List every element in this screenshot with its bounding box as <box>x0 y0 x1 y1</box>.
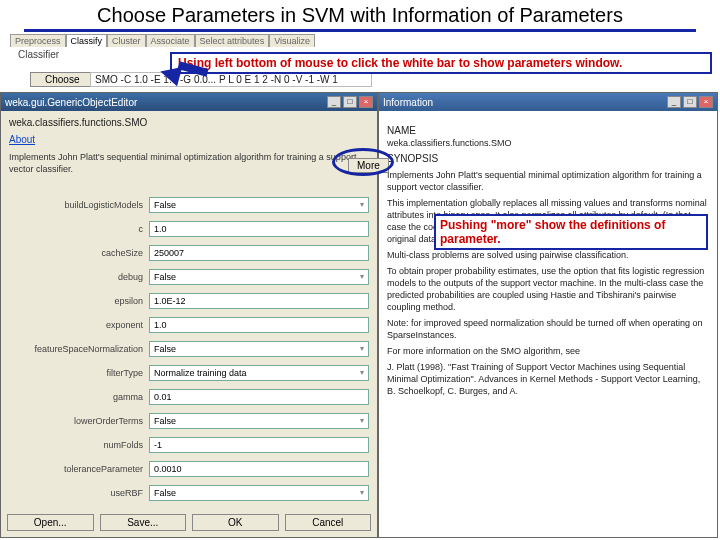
tab-bar: Preprocess Classify Cluster Associate Se… <box>10 34 315 47</box>
param-input[interactable]: 1.0 <box>149 317 369 333</box>
param-label: epsilon <box>9 296 149 306</box>
param-value: 1.0 <box>154 224 167 234</box>
tab-preprocess[interactable]: Preprocess <box>10 34 66 47</box>
chevron-down-icon[interactable]: ▾ <box>360 416 364 426</box>
info-titlebar: Information _ □ × <box>379 93 717 111</box>
tab-associate[interactable]: Associate <box>146 34 195 47</box>
chevron-down-icon[interactable]: ▾ <box>360 200 364 210</box>
hint-more-definitions: Pushing "more" show the definitions of p… <box>434 214 708 250</box>
param-input[interactable]: Normalize training data▾ <box>149 365 369 381</box>
param-label: buildLogisticModels <box>9 200 149 210</box>
editor-body: weka.classifiers.functions.SMO About Imp… <box>1 111 377 511</box>
info-title: Information <box>383 97 665 108</box>
param-row: featureSpaceNormalizationFalse▾ <box>9 337 369 361</box>
info-p1: Implements John Platt's sequential minim… <box>387 169 709 193</box>
chevron-down-icon[interactable]: ▾ <box>360 368 364 378</box>
param-input[interactable]: 250007 <box>149 245 369 261</box>
param-row: buildLogisticModelsFalse▾ <box>9 193 369 217</box>
save-button[interactable]: Save... <box>100 514 187 531</box>
chevron-down-icon[interactable]: ▾ <box>360 488 364 498</box>
param-label: numFolds <box>9 440 149 450</box>
param-input[interactable]: 0.0010 <box>149 461 369 477</box>
param-label: gamma <box>9 392 149 402</box>
editor-title: weka.gui.GenericObjectEditor <box>5 97 325 108</box>
classifier-label: Classifier <box>18 49 59 60</box>
class-description: Implements John Platt's sequential minim… <box>9 151 369 175</box>
param-input[interactable]: False▾ <box>149 197 369 213</box>
info-body: NAME weka.classifiers.functions.SMO SYNO… <box>379 111 717 405</box>
choose-button[interactable]: Choose <box>30 72 94 87</box>
param-label: c <box>9 224 149 234</box>
param-label: useRBF <box>9 488 149 498</box>
chevron-down-icon[interactable]: ▾ <box>360 272 364 282</box>
class-name: weka.classifiers.functions.SMO <box>9 117 369 128</box>
param-input[interactable]: 0.01 <box>149 389 369 405</box>
about-link[interactable]: About <box>9 134 369 145</box>
ok-button[interactable]: OK <box>192 514 279 531</box>
param-row: c1.0 <box>9 217 369 241</box>
info-p4: To obtain proper probability estimates, … <box>387 265 709 313</box>
param-row: gamma0.01 <box>9 385 369 409</box>
param-value: 1.0 <box>154 320 167 330</box>
param-row: exponent1.0 <box>9 313 369 337</box>
main-area: Preprocess Classify Cluster Associate Se… <box>0 34 720 540</box>
chevron-down-icon[interactable]: ▾ <box>360 344 364 354</box>
close-icon[interactable]: × <box>359 96 373 108</box>
title-rule <box>24 29 696 32</box>
open-button[interactable]: Open... <box>7 514 94 531</box>
hint-click-bar: Using left bottom of mouse to click the … <box>170 52 712 74</box>
param-input[interactable]: 1.0E-12 <box>149 293 369 309</box>
param-row: lowerOrderTermsFalse▾ <box>9 409 369 433</box>
tab-visualize[interactable]: Visualize <box>269 34 315 47</box>
maximize-icon[interactable]: □ <box>343 96 357 108</box>
param-input[interactable]: False▾ <box>149 485 369 501</box>
param-label: debug <box>9 272 149 282</box>
editor-window: weka.gui.GenericObjectEditor _ □ × weka.… <box>0 92 378 538</box>
param-row: debugFalse▾ <box>9 265 369 289</box>
param-value: 1.0E-12 <box>154 296 186 306</box>
param-input[interactable]: False▾ <box>149 341 369 357</box>
info-name: weka.classifiers.functions.SMO <box>387 137 709 149</box>
info-synopsis-label: SYNOPSIS <box>387 153 709 165</box>
param-value: 0.0010 <box>154 464 182 474</box>
info-window: Information _ □ × NAME weka.classifiers.… <box>378 92 718 538</box>
param-label: filterType <box>9 368 149 378</box>
param-value: -1 <box>154 440 162 450</box>
editor-buttons: Open... Save... OK Cancel <box>7 514 371 531</box>
param-input[interactable]: -1 <box>149 437 369 453</box>
param-row: toleranceParameter0.0010 <box>9 457 369 481</box>
param-label: lowerOrderTerms <box>9 416 149 426</box>
param-input[interactable]: False▾ <box>149 269 369 285</box>
minimize-icon[interactable]: _ <box>327 96 341 108</box>
param-value: False <box>154 272 176 282</box>
param-value: False <box>154 344 176 354</box>
param-row: numFolds-1 <box>9 433 369 457</box>
cancel-button[interactable]: Cancel <box>285 514 372 531</box>
close-icon[interactable]: × <box>699 96 713 108</box>
editor-titlebar: weka.gui.GenericObjectEditor _ □ × <box>1 93 377 111</box>
tab-select-attributes[interactable]: Select attributes <box>195 34 270 47</box>
minimize-icon[interactable]: _ <box>667 96 681 108</box>
param-input[interactable]: 1.0 <box>149 221 369 237</box>
maximize-icon[interactable]: □ <box>683 96 697 108</box>
more-button[interactable]: More <box>348 158 389 173</box>
param-label: exponent <box>9 320 149 330</box>
info-p7: J. Platt (1998). "Fast Training of Suppo… <box>387 361 709 397</box>
param-value: 250007 <box>154 248 184 258</box>
param-value: False <box>154 488 176 498</box>
classifier-cmdline[interactable]: SMO -C 1.0 -E 1.0 -G 0.0... P L 0 E 1 2 … <box>90 72 372 87</box>
param-input[interactable]: False▾ <box>149 413 369 429</box>
info-p5: Note: for improved speed normalization s… <box>387 317 709 341</box>
param-value: False <box>154 200 176 210</box>
param-value: 0.01 <box>154 392 172 402</box>
param-list: buildLogisticModelsFalse▾c1.0cacheSize25… <box>9 193 369 505</box>
info-p6: For more information on the SMO algorith… <box>387 345 709 357</box>
param-label: toleranceParameter <box>9 464 149 474</box>
tab-classify[interactable]: Classify <box>66 34 108 47</box>
tab-cluster[interactable]: Cluster <box>107 34 146 47</box>
info-p3: Multi-class problems are solved using pa… <box>387 249 709 261</box>
param-row: epsilon1.0E-12 <box>9 289 369 313</box>
param-label: cacheSize <box>9 248 149 258</box>
param-row: cacheSize250007 <box>9 241 369 265</box>
slide-title: Choose Parameters in SVM with Informatio… <box>0 0 720 29</box>
